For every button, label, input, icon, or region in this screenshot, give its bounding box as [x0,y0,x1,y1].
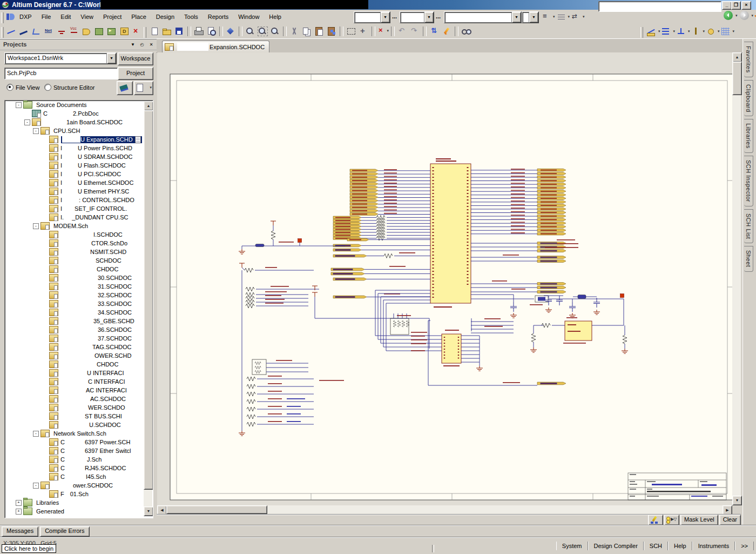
format-combo-1[interactable]: ▼ [354,11,390,23]
tree-item[interactable]: + Generated [5,507,153,516]
clear-filter-icon[interactable] [377,26,389,37]
panel-tab[interactable]: Sheet [744,246,753,271]
tree-item[interactable]: 33.SCHDOC [5,299,153,308]
address-input[interactable] [598,1,721,12]
tree-item[interactable]: OWER.SCHD [5,351,153,360]
line-tool-icon[interactable] [646,26,657,37]
tree-item[interactable]: ST BUS.SCHI [5,412,153,420]
horizontal-scrollbar[interactable]: ◀ ▶ [157,505,732,514]
toolbar-grip[interactable] [144,27,146,38]
tree-item[interactable]: SCHDOC [5,256,153,265]
chevron-down-icon[interactable]: ▾ [735,14,738,18]
tree-scrollbar[interactable]: ▲ ▼ [144,101,152,516]
menu-item[interactable]: Help [264,12,286,22]
menu-item[interactable]: Edit [56,12,76,22]
paste-icon[interactable] [314,26,325,37]
no-erc-icon[interactable] [131,26,142,37]
tree-item[interactable]: 37.SCHDOC [5,334,153,343]
more-button-1[interactable]: ... [391,13,398,19]
tree-expander[interactable]: - [24,119,30,125]
minimize-button[interactable]: _ [722,1,732,10]
copy-icon[interactable] [301,26,313,37]
panel-tab[interactable]: Libraries [744,119,753,153]
tree-item[interactable]: CHDOC [5,265,153,273]
tree-expander[interactable]: - [33,223,39,229]
tree-item[interactable]: I SET_IF CONTROL. [5,204,153,213]
tree-item[interactable]: I U Ethernet.SCHDOC [5,178,153,187]
menu-item[interactable]: Reports [203,12,234,22]
menu-item[interactable]: Place [126,12,151,22]
tree-item[interactable]: C 6397 Ether Switcl [5,446,153,455]
tree-item[interactable]: C RJ45.SCHDOC [5,464,153,472]
tree-expander[interactable]: - [16,102,22,108]
tree-item[interactable]: NSMIT.SCHD [5,248,153,256]
workspace-combo[interactable]: Workspace1.DsnWrk ▼ [4,52,117,64]
tree-item[interactable]: I U PCI.SCHDOC [5,170,153,178]
redo-icon[interactable] [409,26,421,37]
toolbar-grip[interactable] [1,27,4,38]
tree-item[interactable]: TAG.SCHDOC [5,343,153,351]
close-icon[interactable]: ✕ [147,41,155,48]
tree-item[interactable]: I.SCHDOC [5,230,153,239]
menu-item[interactable]: Design [151,12,179,22]
pin-icon[interactable]: ◴ [138,41,146,48]
project-button[interactable]: Project [118,67,153,80]
dxp-icon[interactable] [6,12,15,21]
mask-level-button[interactable]: Mask Level [680,515,718,525]
print-icon[interactable] [193,26,205,37]
highlight-icon[interactable] [441,26,453,37]
tree-item[interactable]: WER.SCHDO [5,403,153,412]
sheet-entry-icon[interactable] [106,26,117,37]
tree-item[interactable]: - 1ain Board.SCHDOC [5,118,153,126]
file-view-radio[interactable]: File View [6,84,39,91]
menu-item[interactable]: Tools [179,12,203,22]
save-icon[interactable] [174,26,185,37]
tree-item[interactable]: I U Flash.SCHDOC [5,161,153,170]
tree-item[interactable]: - Network Switch.Sch [5,429,153,438]
view-3d-icon[interactable] [225,26,237,37]
undo-icon[interactable] [397,26,408,37]
back-icon[interactable] [724,11,733,20]
tree-item[interactable]: 36.SCHDOC [5,325,153,334]
format-combo-3[interactable]: ▼ [444,11,522,23]
forward-icon[interactable] [740,11,749,20]
tree-item[interactable]: - ower.SCHDOC [5,481,153,490]
structure-editor-radio[interactable]: Structure Editor [44,84,94,91]
reorder-icon[interactable] [429,26,440,37]
new-icon[interactable] [149,26,160,37]
panel-tab[interactable]: SCH Inspector [744,156,753,206]
polyline-icon[interactable] [31,26,43,37]
tree-expander[interactable]: - [33,431,39,437]
wire-icon[interactable] [6,26,18,37]
status-panel-button[interactable]: Instruments [692,542,735,550]
tree-item[interactable]: C 6397 Power.SCH [5,438,153,446]
grid-tool-icon[interactable] [720,26,731,37]
scroll-down-icon[interactable]: ▼ [732,496,742,505]
tree-item[interactable]: C I45.Sch [5,472,153,481]
menubar-grip[interactable] [1,12,4,23]
scrollbar-thumb[interactable] [732,62,742,95]
tree-item[interactable]: I : CONTROL.SCHDO [5,196,153,204]
status-panel-button[interactable]: Help [668,542,692,550]
tree-item[interactable]: + Libraries [5,498,153,507]
scroll-up-icon[interactable]: ▲ [732,52,742,62]
power-source-icon[interactable] [676,26,687,37]
tree-item[interactable]: I U Power Pins.SCHD [5,144,153,152]
validate-icon-button[interactable] [117,81,133,95]
tree-item[interactable]: 31.SCHDOC [5,282,153,291]
tree-item[interactable]: 34.SCHDOC [5,308,153,317]
tree-item[interactable]: U INTERFACI [5,369,153,377]
tree-item[interactable]: C 2.PcbDoc [5,109,153,118]
cut-icon[interactable] [289,26,300,37]
toolbar-grip[interactable] [640,27,643,38]
tree-item[interactable]: - CPU.SCH [5,126,153,135]
menu-item[interactable]: File [37,12,56,22]
tree-item[interactable]: 35_GBE.SCHD [5,317,153,325]
scroll-down-icon[interactable]: ▼ [144,506,153,516]
vcc-power-icon[interactable] [69,26,80,37]
open-icon[interactable] [161,26,173,37]
tree-item[interactable]: 32.SCHDOC [5,291,153,299]
format-combo-2[interactable]: ▼ [400,11,434,23]
highlight-pen-icon[interactable] [648,515,663,525]
select-area-icon[interactable] [346,26,357,37]
